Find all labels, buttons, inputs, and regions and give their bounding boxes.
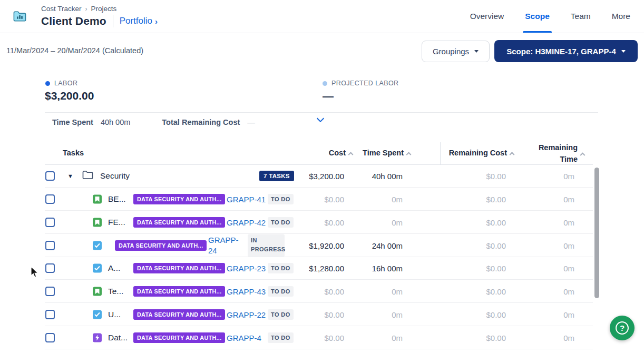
date-range-label: 11/Mar/2024 – 20/Mar/2024 (Calculated) bbox=[6, 46, 143, 55]
tab-overview[interactable]: Overview bbox=[470, 0, 504, 33]
task-cost: $0.00 bbox=[324, 194, 344, 203]
task-summary[interactable]: Te... bbox=[108, 287, 123, 296]
table-header-row: Tasks Cost Time Spent Remaining Cost Rem… bbox=[45, 140, 593, 165]
time-spent-label: Time Spent bbox=[52, 118, 93, 126]
breadcrumb: Cost Tracker › Projects bbox=[41, 5, 116, 13]
issue-key-link[interactable]: GRAPP-42 bbox=[227, 218, 266, 227]
epic-label-badge[interactable]: DATA SECURITY AND AUTH... bbox=[133, 332, 225, 343]
total-remaining-cost-value: — bbox=[247, 118, 255, 126]
epic-label-badge[interactable]: DATA SECURITY AND AUTH... bbox=[133, 217, 225, 228]
task-cost: $0.00 bbox=[324, 333, 344, 342]
task-row: Te... DATA SECURITY AND AUTH... GRAPP-43… bbox=[45, 280, 593, 303]
group-remaining-cost: $0.00 bbox=[486, 172, 506, 181]
status-badge: TO DO bbox=[268, 263, 294, 273]
task-remaining-cost: $0.00 bbox=[486, 310, 506, 319]
task-row: BE... DATA SECURITY AND AUTH... GRAPP-41… bbox=[45, 188, 593, 211]
task-icon bbox=[93, 241, 102, 250]
task-row: DATA SECURITY AND AUTH... GRAPP-24 IN PR… bbox=[45, 234, 593, 257]
projected-labor-label: PROJECTED LABOR bbox=[331, 80, 399, 87]
task-remaining-time: 0m bbox=[563, 310, 574, 319]
chevron-down-icon bbox=[621, 50, 626, 53]
cost-tracker-app: Cost Tracker › Projects Client Demo Port… bbox=[0, 0, 644, 353]
tab-more[interactable]: More bbox=[612, 0, 630, 33]
status-badge: TO DO bbox=[268, 332, 294, 343]
task-summary[interactable]: FE... bbox=[108, 218, 125, 227]
task-time-spent: 16h 00m bbox=[372, 264, 403, 273]
row-checkbox[interactable] bbox=[45, 263, 55, 273]
groupings-button[interactable]: Groupings bbox=[422, 41, 490, 62]
row-checkbox[interactable] bbox=[45, 287, 55, 296]
task-remaining-time: 0m bbox=[563, 264, 574, 273]
portfolio-link[interactable]: Portfolio › bbox=[120, 16, 158, 26]
task-time-spent: 24h 00m bbox=[372, 241, 403, 250]
scrollbar-thumb[interactable] bbox=[594, 168, 599, 298]
group-remaining-time: 0m bbox=[563, 172, 574, 181]
task-remaining-cost: $0.00 bbox=[486, 241, 506, 250]
epic-label-badge[interactable]: DATA SECURITY AND AUTH... bbox=[133, 194, 225, 204]
collapse-summary-chevron-icon[interactable] bbox=[317, 115, 324, 122]
tasks-table: Tasks Cost Time Spent Remaining Cost Rem… bbox=[45, 140, 593, 353]
vertical-scrollbar[interactable] bbox=[594, 165, 599, 353]
group-name[interactable]: Security bbox=[100, 171, 130, 181]
task-remaining-time: 0m bbox=[563, 287, 574, 296]
breadcrumb-app[interactable]: Cost Tracker bbox=[41, 5, 82, 13]
task-remaining-cost: $0.00 bbox=[486, 218, 506, 227]
expand-collapse-caret-icon[interactable]: ▼ bbox=[67, 173, 73, 179]
group-cost: $3,200.00 bbox=[309, 172, 344, 181]
status-badge: IN PROGRESS bbox=[248, 234, 285, 257]
issue-key-link[interactable]: GRAPP-43 bbox=[227, 287, 266, 296]
total-remaining-cost-label: Total Remaining Cost bbox=[162, 118, 240, 126]
task-cost: $1,920.00 bbox=[309, 241, 344, 250]
epic-label-badge[interactable]: DATA SECURITY AND AUTH... bbox=[133, 309, 225, 320]
task-time-spent: 0m bbox=[392, 194, 403, 203]
column-header-cost[interactable]: Cost bbox=[329, 149, 353, 157]
epic-label-badge[interactable]: DATA SECURITY AND AUTH... bbox=[133, 263, 225, 273]
scope-button[interactable]: Scope: H3MINE-17, GRAPP-4 bbox=[494, 40, 638, 62]
task-row: Dat... DATA SECURITY AND AUTH... GRAPP-4… bbox=[45, 326, 593, 349]
issue-key-link[interactable]: GRAPP-23 bbox=[227, 264, 266, 273]
sort-caret-icon bbox=[510, 152, 515, 157]
task-icon bbox=[93, 264, 102, 273]
task-time-spent: 0m bbox=[392, 333, 403, 342]
story-icon bbox=[93, 287, 102, 296]
task-time-spent: 0m bbox=[392, 310, 403, 319]
issue-key-link[interactable]: GRAPP-4 bbox=[227, 333, 261, 342]
issue-key-link[interactable]: GRAPP-41 bbox=[227, 194, 266, 203]
epic-icon bbox=[93, 333, 102, 342]
task-summary[interactable]: A... bbox=[108, 263, 120, 273]
task-summary[interactable]: Dat... bbox=[108, 333, 128, 342]
app-logo-folder-chart-icon bbox=[13, 9, 27, 23]
epic-label-badge[interactable]: DATA SECURITY AND AUTH... bbox=[133, 286, 225, 297]
help-button[interactable]: ? bbox=[610, 316, 635, 340]
row-checkbox[interactable] bbox=[45, 171, 55, 181]
task-row-partial bbox=[45, 349, 593, 353]
task-summary[interactable]: U... bbox=[108, 310, 121, 319]
group-row-security: ▼ Security 7 TASKS $3,200.00 40h 00m $0.… bbox=[45, 165, 593, 188]
row-checkbox[interactable] bbox=[45, 241, 55, 250]
time-spent-value: 40h 00m bbox=[101, 118, 130, 126]
row-checkbox[interactable] bbox=[45, 218, 55, 227]
issue-key-link[interactable]: GRAPP-22 bbox=[227, 310, 266, 319]
task-summary[interactable]: BE... bbox=[108, 194, 126, 204]
labor-label: LABOR bbox=[54, 80, 77, 87]
epic-label-badge[interactable]: DATA SECURITY AND AUTH... bbox=[115, 240, 207, 251]
task-row: FE... DATA SECURITY AND AUTH... GRAPP-42… bbox=[45, 211, 593, 234]
sort-caret-icon bbox=[580, 153, 586, 158]
column-header-time-spent[interactable]: Time Spent bbox=[363, 149, 411, 157]
task-remaining-time: 0m bbox=[563, 241, 574, 250]
page-title: Client Demo bbox=[41, 15, 106, 27]
tab-team[interactable]: Team bbox=[571, 0, 591, 33]
summary-totals-row: Time Spent 40h 00m Total Remaining Cost … bbox=[52, 118, 255, 126]
task-remaining-time: 0m bbox=[563, 333, 574, 342]
task-remaining-cost: $0.00 bbox=[486, 264, 506, 273]
column-header-remaining-cost[interactable]: Remaining Cost bbox=[449, 149, 514, 157]
task-count-badge: 7 TASKS bbox=[259, 171, 294, 181]
task-time-spent: 0m bbox=[392, 287, 403, 296]
row-checkbox[interactable] bbox=[45, 333, 55, 342]
column-header-remaining-time[interactable]: RemainingTime bbox=[539, 142, 584, 165]
breadcrumb-section[interactable]: Projects bbox=[91, 5, 117, 13]
issue-key-link[interactable]: GRAPP-24 bbox=[208, 234, 242, 256]
tab-scope[interactable]: Scope bbox=[525, 0, 550, 33]
row-checkbox[interactable] bbox=[45, 310, 55, 319]
row-checkbox[interactable] bbox=[45, 194, 55, 204]
